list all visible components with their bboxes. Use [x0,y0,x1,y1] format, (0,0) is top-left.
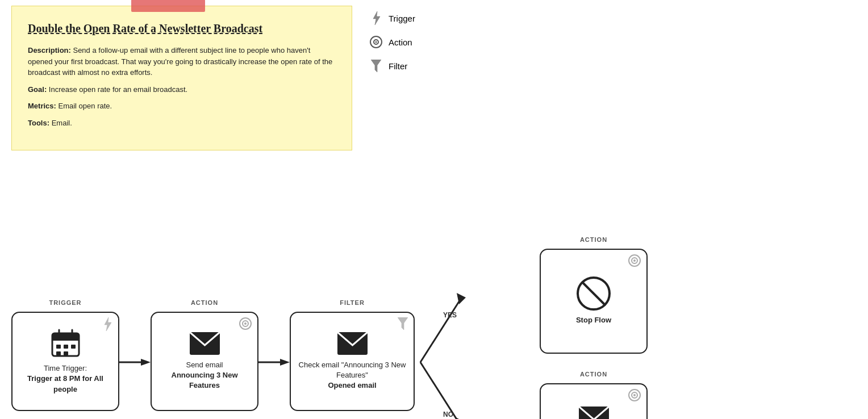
envelope-icon-1 [189,332,220,355]
filter-node[interactable]: FILTER Check email "Announcing 3 New Fea… [290,299,415,411]
sticky-tape [131,0,205,12]
arrow-1 [119,358,151,367]
branching-section: YES NO [415,266,540,419]
filter-label: FILTER [340,299,365,306]
sticky-metrics: Metrics: Email open rate. [28,100,336,112]
stop-icon [577,276,611,311]
legend-filter: Filter [369,59,415,73]
stop-flow-text: Stop Flow [576,315,611,325]
stop-flow-type: ACTION [580,236,607,243]
svg-marker-0 [373,11,380,25]
svg-marker-4 [371,60,381,72]
stop-flow-node[interactable]: ACTION Stop Flow [540,236,648,354]
trigger-text: Time Trigger:Trigger at 8 PM for All peo… [19,363,111,395]
svg-rect-14 [64,351,68,355]
action1-box[interactable]: Send emailAnnouncing 3 New Features [151,312,258,411]
metrics-label: Metrics: [28,102,56,110]
envelope-icon-3 [578,406,610,419]
svg-line-25 [420,300,460,362]
right-nodes: ACTION Stop Flow [540,236,648,419]
action2-type: ACTION [580,371,607,378]
no-label: NO [443,410,453,418]
branch-arrows [415,266,540,419]
target-corner-icon [239,317,252,332]
goal-label: Goal: [28,85,47,94]
target-icon [369,35,383,49]
svg-marker-5 [105,317,111,331]
tools-text: Email. [52,119,72,127]
sticky-note: Double the Open Rate of a Newsletter Bro… [11,6,352,150]
action1-label: ACTION [191,299,218,306]
svg-rect-10 [56,345,61,349]
svg-line-27 [420,362,460,419]
svg-rect-37 [579,407,609,419]
svg-rect-12 [71,345,76,349]
legend-trigger: Trigger [369,11,415,25]
svg-rect-11 [64,345,68,349]
arrow-2 [258,358,290,367]
action2-box[interactable]: Send emailHuge Product Announcement! [540,383,648,419]
legend-filter-label: Filter [389,61,407,71]
svg-marker-22 [280,359,290,366]
svg-line-33 [582,282,606,305]
filter-text: Check email "Announcing 3 New Features"O… [298,360,407,391]
filter-icon [369,59,383,73]
filter-box[interactable]: Check email "Announcing 3 New Features"O… [290,312,415,411]
sticky-title: Double the Open Rate of a Newsletter Bro… [28,20,336,37]
stop-flow-box[interactable]: Stop Flow [540,249,648,354]
yes-label: YES [443,311,457,319]
target-corner-icon-2 [628,254,641,269]
svg-marker-16 [141,359,151,366]
envelope-icon-2 [337,332,368,355]
svg-marker-23 [398,317,408,330]
lightning-icon [369,11,383,25]
trigger-box[interactable]: Time Trigger:Trigger at 8 PM for All peo… [11,312,119,411]
trigger-label: TRIGGER [49,299,81,306]
svg-rect-7 [52,333,79,341]
svg-point-19 [244,322,247,325]
action1-text: Send emailAnnouncing 3 New Features [158,360,251,391]
description-label: Description: [28,46,71,55]
trigger-node[interactable]: TRIGGER Time Trigger:Trigger [11,299,119,411]
svg-point-31 [633,259,636,262]
target-corner-icon-3 [628,389,641,404]
action1-node[interactable]: ACTION Send emailAnnouncing 3 New Featur… [151,299,258,411]
calendar-icon [50,328,81,359]
legend-action: Action [369,35,415,49]
svg-rect-13 [56,351,61,355]
metrics-text: Email open rate. [58,102,112,110]
lightning-corner-icon [102,317,112,333]
tools-label: Tools: [28,119,49,127]
action2-node[interactable]: ACTION Send emailHuge Product Announc [540,371,648,419]
sticky-tools: Tools: Email. [28,118,336,129]
description-text: Send a follow-up email with a different … [28,46,332,77]
legend: Trigger Action Filter [369,11,415,73]
legend-action-label: Action [389,37,412,47]
sticky-goal: Goal: Increase open rate for an email br… [28,84,336,95]
funnel-corner-icon [398,317,408,332]
svg-point-36 [633,394,636,396]
legend-trigger-label: Trigger [389,14,415,23]
sticky-description: Description: Send a follow-up email with… [28,45,336,78]
svg-point-3 [375,41,377,43]
goal-text: Increase open rate for an email broadcas… [49,85,187,94]
